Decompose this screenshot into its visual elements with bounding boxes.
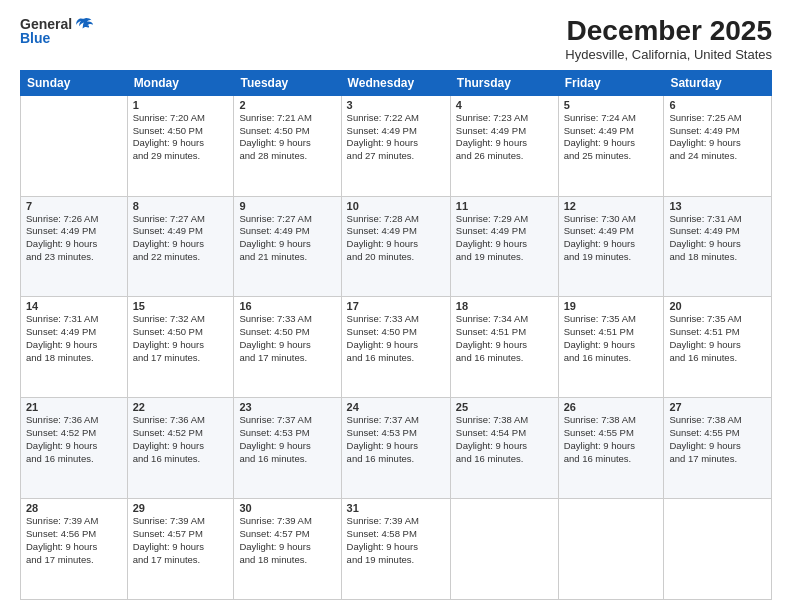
calendar-cell-w2-d2: 8Sunrise: 7:27 AMSunset: 4:49 PMDaylight… bbox=[127, 196, 234, 297]
calendar-cell-w1-d1 bbox=[21, 95, 128, 196]
header: General Blue December 2025 Hydesville, C… bbox=[20, 16, 772, 62]
logo: General Blue bbox=[20, 16, 93, 46]
day-info-23: Sunrise: 7:37 AMSunset: 4:53 PMDaylight:… bbox=[239, 414, 335, 465]
day-number-12: 12 bbox=[564, 200, 659, 212]
calendar-cell-w3-d6: 19Sunrise: 7:35 AMSunset: 4:51 PMDayligh… bbox=[558, 297, 664, 398]
day-number-27: 27 bbox=[669, 401, 766, 413]
calendar-cell-w5-d2: 29Sunrise: 7:39 AMSunset: 4:57 PMDayligh… bbox=[127, 499, 234, 600]
day-number-29: 29 bbox=[133, 502, 229, 514]
calendar-cell-w5-d5 bbox=[450, 499, 558, 600]
day-number-23: 23 bbox=[239, 401, 335, 413]
day-info-12: Sunrise: 7:30 AMSunset: 4:49 PMDaylight:… bbox=[564, 213, 659, 264]
day-info-17: Sunrise: 7:33 AMSunset: 4:50 PMDaylight:… bbox=[347, 313, 445, 364]
calendar-cell-w2-d6: 12Sunrise: 7:30 AMSunset: 4:49 PMDayligh… bbox=[558, 196, 664, 297]
day-info-6: Sunrise: 7:25 AMSunset: 4:49 PMDaylight:… bbox=[669, 112, 766, 163]
calendar-cell-w1-d4: 3Sunrise: 7:22 AMSunset: 4:49 PMDaylight… bbox=[341, 95, 450, 196]
day-info-7: Sunrise: 7:26 AMSunset: 4:49 PMDaylight:… bbox=[26, 213, 122, 264]
day-info-26: Sunrise: 7:38 AMSunset: 4:55 PMDaylight:… bbox=[564, 414, 659, 465]
day-info-20: Sunrise: 7:35 AMSunset: 4:51 PMDaylight:… bbox=[669, 313, 766, 364]
day-info-16: Sunrise: 7:33 AMSunset: 4:50 PMDaylight:… bbox=[239, 313, 335, 364]
day-number-7: 7 bbox=[26, 200, 122, 212]
calendar-header-row: SundayMondayTuesdayWednesdayThursdayFrid… bbox=[21, 70, 772, 95]
calendar-cell-w2-d3: 9Sunrise: 7:27 AMSunset: 4:49 PMDaylight… bbox=[234, 196, 341, 297]
day-info-9: Sunrise: 7:27 AMSunset: 4:49 PMDaylight:… bbox=[239, 213, 335, 264]
day-number-10: 10 bbox=[347, 200, 445, 212]
calendar-cell-w4-d6: 26Sunrise: 7:38 AMSunset: 4:55 PMDayligh… bbox=[558, 398, 664, 499]
day-number-3: 3 bbox=[347, 99, 445, 111]
calendar-cell-w5-d1: 28Sunrise: 7:39 AMSunset: 4:56 PMDayligh… bbox=[21, 499, 128, 600]
day-number-5: 5 bbox=[564, 99, 659, 111]
day-number-4: 4 bbox=[456, 99, 553, 111]
calendar-table: SundayMondayTuesdayWednesdayThursdayFrid… bbox=[20, 70, 772, 600]
day-info-15: Sunrise: 7:32 AMSunset: 4:50 PMDaylight:… bbox=[133, 313, 229, 364]
day-info-29: Sunrise: 7:39 AMSunset: 4:57 PMDaylight:… bbox=[133, 515, 229, 566]
day-info-1: Sunrise: 7:20 AMSunset: 4:50 PMDaylight:… bbox=[133, 112, 229, 163]
calendar-cell-w1-d5: 4Sunrise: 7:23 AMSunset: 4:49 PMDaylight… bbox=[450, 95, 558, 196]
day-info-31: Sunrise: 7:39 AMSunset: 4:58 PMDaylight:… bbox=[347, 515, 445, 566]
week-row-3: 14Sunrise: 7:31 AMSunset: 4:49 PMDayligh… bbox=[21, 297, 772, 398]
day-number-2: 2 bbox=[239, 99, 335, 111]
day-number-11: 11 bbox=[456, 200, 553, 212]
day-number-8: 8 bbox=[133, 200, 229, 212]
day-number-24: 24 bbox=[347, 401, 445, 413]
day-number-30: 30 bbox=[239, 502, 335, 514]
day-number-31: 31 bbox=[347, 502, 445, 514]
calendar-cell-w1-d6: 5Sunrise: 7:24 AMSunset: 4:49 PMDaylight… bbox=[558, 95, 664, 196]
calendar-cell-w4-d4: 24Sunrise: 7:37 AMSunset: 4:53 PMDayligh… bbox=[341, 398, 450, 499]
header-wednesday: Wednesday bbox=[341, 70, 450, 95]
calendar-cell-w2-d4: 10Sunrise: 7:28 AMSunset: 4:49 PMDayligh… bbox=[341, 196, 450, 297]
day-info-8: Sunrise: 7:27 AMSunset: 4:49 PMDaylight:… bbox=[133, 213, 229, 264]
calendar-cell-w3-d2: 15Sunrise: 7:32 AMSunset: 4:50 PMDayligh… bbox=[127, 297, 234, 398]
week-row-4: 21Sunrise: 7:36 AMSunset: 4:52 PMDayligh… bbox=[21, 398, 772, 499]
day-info-30: Sunrise: 7:39 AMSunset: 4:57 PMDaylight:… bbox=[239, 515, 335, 566]
day-number-20: 20 bbox=[669, 300, 766, 312]
day-number-22: 22 bbox=[133, 401, 229, 413]
calendar-cell-w3-d1: 14Sunrise: 7:31 AMSunset: 4:49 PMDayligh… bbox=[21, 297, 128, 398]
calendar-cell-w4-d2: 22Sunrise: 7:36 AMSunset: 4:52 PMDayligh… bbox=[127, 398, 234, 499]
calendar-cell-w1-d3: 2Sunrise: 7:21 AMSunset: 4:50 PMDaylight… bbox=[234, 95, 341, 196]
header-friday: Friday bbox=[558, 70, 664, 95]
calendar-cell-w5-d7 bbox=[664, 499, 772, 600]
day-number-25: 25 bbox=[456, 401, 553, 413]
day-number-17: 17 bbox=[347, 300, 445, 312]
day-number-16: 16 bbox=[239, 300, 335, 312]
day-number-19: 19 bbox=[564, 300, 659, 312]
calendar-cell-w1-d2: 1Sunrise: 7:20 AMSunset: 4:50 PMDaylight… bbox=[127, 95, 234, 196]
week-row-5: 28Sunrise: 7:39 AMSunset: 4:56 PMDayligh… bbox=[21, 499, 772, 600]
calendar-cell-w3-d3: 16Sunrise: 7:33 AMSunset: 4:50 PMDayligh… bbox=[234, 297, 341, 398]
calendar-cell-w2-d7: 13Sunrise: 7:31 AMSunset: 4:49 PMDayligh… bbox=[664, 196, 772, 297]
calendar-cell-w5-d6 bbox=[558, 499, 664, 600]
calendar-cell-w5-d3: 30Sunrise: 7:39 AMSunset: 4:57 PMDayligh… bbox=[234, 499, 341, 600]
day-info-22: Sunrise: 7:36 AMSunset: 4:52 PMDaylight:… bbox=[133, 414, 229, 465]
title-block: December 2025 Hydesville, California, Un… bbox=[565, 16, 772, 62]
day-info-4: Sunrise: 7:23 AMSunset: 4:49 PMDaylight:… bbox=[456, 112, 553, 163]
logo-blue: Blue bbox=[20, 30, 50, 46]
day-number-1: 1 bbox=[133, 99, 229, 111]
header-thursday: Thursday bbox=[450, 70, 558, 95]
day-info-18: Sunrise: 7:34 AMSunset: 4:51 PMDaylight:… bbox=[456, 313, 553, 364]
day-info-13: Sunrise: 7:31 AMSunset: 4:49 PMDaylight:… bbox=[669, 213, 766, 264]
header-monday: Monday bbox=[127, 70, 234, 95]
day-info-5: Sunrise: 7:24 AMSunset: 4:49 PMDaylight:… bbox=[564, 112, 659, 163]
day-info-24: Sunrise: 7:37 AMSunset: 4:53 PMDaylight:… bbox=[347, 414, 445, 465]
calendar-cell-w4-d5: 25Sunrise: 7:38 AMSunset: 4:54 PMDayligh… bbox=[450, 398, 558, 499]
day-number-14: 14 bbox=[26, 300, 122, 312]
day-info-25: Sunrise: 7:38 AMSunset: 4:54 PMDaylight:… bbox=[456, 414, 553, 465]
calendar-cell-w2-d5: 11Sunrise: 7:29 AMSunset: 4:49 PMDayligh… bbox=[450, 196, 558, 297]
day-number-13: 13 bbox=[669, 200, 766, 212]
calendar-cell-w1-d7: 6Sunrise: 7:25 AMSunset: 4:49 PMDaylight… bbox=[664, 95, 772, 196]
day-info-10: Sunrise: 7:28 AMSunset: 4:49 PMDaylight:… bbox=[347, 213, 445, 264]
calendar-cell-w4-d3: 23Sunrise: 7:37 AMSunset: 4:53 PMDayligh… bbox=[234, 398, 341, 499]
header-sunday: Sunday bbox=[21, 70, 128, 95]
day-number-28: 28 bbox=[26, 502, 122, 514]
day-info-27: Sunrise: 7:38 AMSunset: 4:55 PMDaylight:… bbox=[669, 414, 766, 465]
day-number-18: 18 bbox=[456, 300, 553, 312]
calendar-cell-w5-d4: 31Sunrise: 7:39 AMSunset: 4:58 PMDayligh… bbox=[341, 499, 450, 600]
month-title: December 2025 bbox=[565, 16, 772, 47]
header-saturday: Saturday bbox=[664, 70, 772, 95]
location: Hydesville, California, United States bbox=[565, 47, 772, 62]
calendar-cell-w3-d5: 18Sunrise: 7:34 AMSunset: 4:51 PMDayligh… bbox=[450, 297, 558, 398]
day-info-28: Sunrise: 7:39 AMSunset: 4:56 PMDaylight:… bbox=[26, 515, 122, 566]
day-number-21: 21 bbox=[26, 401, 122, 413]
day-number-26: 26 bbox=[564, 401, 659, 413]
